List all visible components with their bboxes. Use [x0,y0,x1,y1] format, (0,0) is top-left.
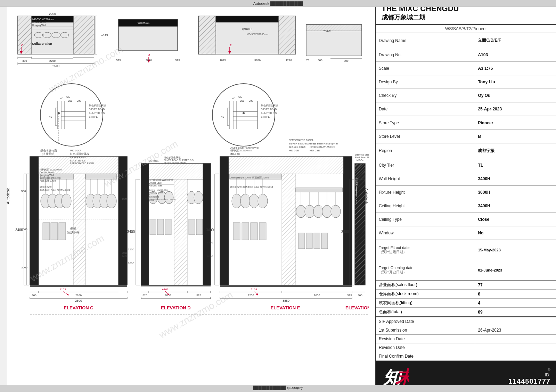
logo-id-number: 1144501777 [508,377,550,385]
svg-text:40: 40 [60,97,63,100]
svg-rect-181 [174,179,187,285]
svg-text:墨色木皮饰面: 墨色木皮饰面 [40,149,57,152]
svg-text:MD-05C\: MD-05C\ [70,149,81,152]
svg-text:MT-04: MT-04 [357,159,363,161]
svg-point-240 [249,194,259,208]
svg-point-254 [305,205,314,218]
svg-text:420: 420 [66,95,71,98]
svg-rect-194 [196,219,203,235]
svg-rect-245 [259,223,266,240]
logo-id-block: ® ID: 1144501777 [508,367,550,385]
svg-text:Ceiling Height 3.40m: Ceiling Height 3.40m [40,177,60,180]
svg-rect-243 [242,223,249,240]
svg-text:Ceiling Height 3.30m, 吊顶底面 3.3: Ceiling Height 3.30m, 吊顶底面 3.30m [230,176,269,179]
svg-text:1436: 1436 [101,33,108,36]
svg-text:40: 40 [221,115,224,118]
dates-table: SIF Approved Date 1st Submission 26-Apr-… [376,317,556,361]
drawing-no-row: Drawing No. A103 [376,48,556,61]
main-drawing-area: www.znznzmo.com www.znznzmo.com www.znzn… [0,0,375,392]
info-table: Drawing Name 立面C/D/E/F Drawing No. A103 … [376,33,556,280]
total-row: 总面积(total) 89 [376,308,556,317]
fixture-height-row: Fixture Height 3000H [376,185,556,199]
svg-text:900: 900 [318,59,322,62]
stock-row: 仓库面积(stock room) 8 [376,290,556,299]
stock-value: 8 [475,290,556,299]
ceiling-type-row: Ceiling Type Close [376,212,556,226]
plan-view-right: Female MD-35C W2200mm 1875 3850 1278 E [198,16,296,62]
left-autodesk-label: Autodesk [6,188,10,204]
plan-view-far-right: 78 900 W1100 900 [306,25,362,62]
date-row: Date 25-Apr-2023 [376,102,556,116]
dates-section: SIF Approved Date 1st Submission 26-Apr-… [376,317,556,361]
svg-text:1875: 1875 [220,59,226,62]
svg-point-192 [194,191,203,204]
svg-rect-232 [229,157,343,174]
main-svg: Collaboration 300 2200 2500 1436 [7,7,369,375]
store-level-label: Store Level [376,130,475,143]
svg-text:2500: 2500 [207,241,213,244]
svg-rect-260 [314,233,320,249]
autodesk-top-label: Autodesk ████████████ [253,1,303,6]
area-section: 营业面积(sales floor) 77 仓库面积(stock room) 8 … [376,280,556,317]
svg-point-186 [164,191,173,204]
svg-rect-247 [296,188,343,192]
svg-text:3400: 3400 [127,230,135,234]
svg-point-241 [258,194,268,208]
design-by-label: Design By [376,75,475,89]
svg-text:ELEVATION F: ELEVATION F [345,305,369,310]
circle-detail-left: 40 420 220 200 40 银色砂面金属板 SILVER BEAD BL… [40,84,106,146]
svg-text:2000: 2000 [165,294,171,297]
svg-text:颜色参照: Dulux 50YR 45/014: 颜色参照: Dulux 50YR 45/014 [149,198,177,201]
svg-rect-118 [59,223,66,240]
svg-text:ELEVATION C: ELEVATION C [64,305,93,310]
svg-text:2500: 2500 [122,198,128,200]
svg-text:Double Level Hanging Wall: Double Level Hanging Wall [230,147,259,149]
svg-text:525: 525 [116,59,121,62]
svg-point-82 [212,84,275,146]
svg-text:银色砂面金属板: 银色砂面金属板 [89,104,106,107]
svg-text:525: 525 [196,294,201,297]
svg-text:3400: 3400 [206,228,214,232]
svg-text:525: 525 [347,294,352,297]
svg-text:MD-35C W2200mm: MD-35C W2200mm [247,33,268,35]
svg-text:墙面乳胶漆: 墙面乳胶漆 [148,195,159,198]
svg-rect-187 [150,219,156,235]
city-tier-label: City Tier [376,158,475,172]
sales-label: 营业面积(sales floor) [376,281,475,290]
scale-label: Scale [376,62,475,75]
project-title-cn: 成都万象城二期 [382,13,550,22]
svg-text:SILVER BEAD BLASTED S.S.: SILVER BEAD BLASTED S.S. [164,159,194,161]
target-fit-label: Target Fit out date （预计进场日期） [376,240,475,260]
svg-text:—: — [174,300,177,303]
svg-text:PERFORATED PANEL: PERFORATED PANEL [289,139,314,141]
svg-text:2200: 2200 [49,59,56,62]
svg-text:2200: 2200 [248,294,254,297]
store-type-row: Store Type Pioneer [376,116,556,130]
svg-rect-104 [118,157,127,285]
svg-rect-120 [85,174,117,179]
sales-value: 77 [475,281,556,290]
svg-text:C: C [21,44,23,47]
check-by-label: Check By [376,89,475,102]
svg-rect-246 [282,174,296,285]
svg-point-238 [232,194,242,208]
svg-text:900: 900 [344,59,349,62]
svg-rect-230 [220,157,229,285]
svg-rect-193 [189,219,195,235]
ceiling-height-label: Ceiling Height [376,199,475,212]
total-value: 89 [475,308,556,317]
svg-rect-178 [141,164,211,179]
svg-text:Double Level: Double Level [32,21,46,24]
svg-text:MD-03E: MD-03E [310,149,320,152]
sif-row: SIF Approved Date [376,317,556,326]
svg-text:银色砂面金属板: 银色砂面金属板 [163,156,181,159]
svg-text:Hanging Wall: Hanging Wall [40,174,54,177]
top-bar: Autodesk ████████████ [0,0,556,7]
svg-text:PERFORATED PANEL: PERFORATED PANEL [164,162,187,164]
svg-text:Hanging Wall: Hanging Wall [149,184,162,187]
svg-text:陈场制作: 陈场制作 [67,231,80,234]
area-table: 营业面积(sales floor) 77 仓库面积(stock room) 8 … [376,281,556,317]
svg-text:PERFORATED PANEL: PERFORATED PANEL [70,162,95,165]
svg-rect-195 [141,285,211,286]
fitting-row: 试衣间面积(fitting) 4 [376,299,556,308]
